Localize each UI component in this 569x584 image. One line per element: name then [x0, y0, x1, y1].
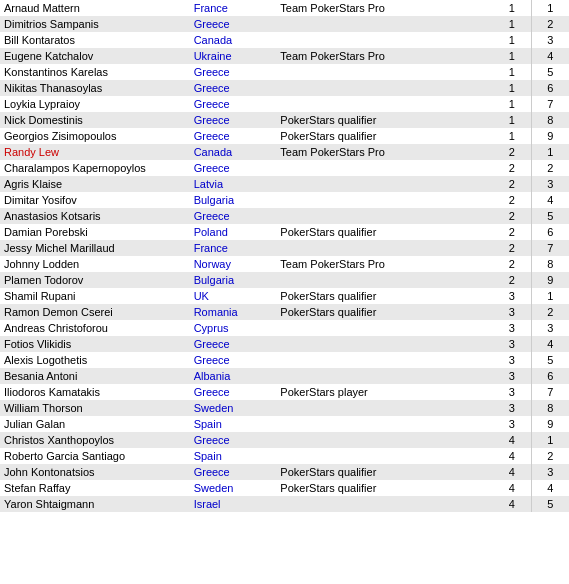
- player-col5: 4: [531, 48, 569, 64]
- player-col5: 8: [531, 256, 569, 272]
- player-country: Sweden: [190, 480, 277, 496]
- player-name: Nick Domestinis: [0, 112, 190, 128]
- player-country: Greece: [190, 80, 277, 96]
- player-col5: 9: [531, 416, 569, 432]
- player-col4: 3: [493, 416, 531, 432]
- player-col5: 6: [531, 224, 569, 240]
- player-qualifier: Team PokerStars Pro: [276, 48, 493, 64]
- player-name: Damian Porebski: [0, 224, 190, 240]
- table-row: Fotios VlikidisGreece34: [0, 336, 569, 352]
- player-col4: 4: [493, 432, 531, 448]
- table-row: Randy LewCanadaTeam PokerStars Pro21: [0, 144, 569, 160]
- player-qualifier: PokerStars qualifier: [276, 304, 493, 320]
- table-row: Andreas ChristoforouCyprus33: [0, 320, 569, 336]
- player-col5: 3: [531, 32, 569, 48]
- player-col4: 3: [493, 288, 531, 304]
- player-name: Randy Lew: [0, 144, 190, 160]
- player-col5: 7: [531, 96, 569, 112]
- player-qualifier: PokerStars qualifier: [276, 112, 493, 128]
- player-col5: 8: [531, 400, 569, 416]
- table-row: Iliodoros KamatakisGreecePokerStars play…: [0, 384, 569, 400]
- player-qualifier: [276, 16, 493, 32]
- player-col4: 1: [493, 128, 531, 144]
- player-qualifier: [276, 320, 493, 336]
- player-qualifier: [276, 352, 493, 368]
- player-country: Sweden: [190, 400, 277, 416]
- player-name: Konstantinos Karelas: [0, 64, 190, 80]
- player-col5: 2: [531, 448, 569, 464]
- player-col5: 6: [531, 80, 569, 96]
- player-qualifier: Team PokerStars Pro: [276, 0, 493, 16]
- player-qualifier: [276, 160, 493, 176]
- player-country: Norway: [190, 256, 277, 272]
- player-col5: 6: [531, 368, 569, 384]
- table-row: Charalampos KapernopoylosGreece22: [0, 160, 569, 176]
- player-col4: 1: [493, 0, 531, 16]
- player-country: Poland: [190, 224, 277, 240]
- player-country: Greece: [190, 384, 277, 400]
- player-col4: 2: [493, 256, 531, 272]
- player-col4: 4: [493, 480, 531, 496]
- table-row: Yaron ShtaigmannIsrael45: [0, 496, 569, 512]
- player-country: UK: [190, 288, 277, 304]
- player-country: Canada: [190, 32, 277, 48]
- player-qualifier: [276, 368, 493, 384]
- player-country: Albania: [190, 368, 277, 384]
- player-col4: 4: [493, 464, 531, 480]
- player-name: Christos Xanthopoylos: [0, 432, 190, 448]
- player-country: Canada: [190, 144, 277, 160]
- player-col4: 1: [493, 16, 531, 32]
- player-name: Agris Klaise: [0, 176, 190, 192]
- player-country: Greece: [190, 160, 277, 176]
- player-name: Alexis Logothetis: [0, 352, 190, 368]
- player-col4: 2: [493, 240, 531, 256]
- player-col4: 3: [493, 384, 531, 400]
- player-col4: 4: [493, 496, 531, 512]
- player-col5: 2: [531, 16, 569, 32]
- player-col5: 4: [531, 336, 569, 352]
- player-country: Greece: [190, 336, 277, 352]
- player-col4: 1: [493, 48, 531, 64]
- table-row: Stefan RaffaySwedenPokerStars qualifier4…: [0, 480, 569, 496]
- table-row: Alexis LogothetisGreece35: [0, 352, 569, 368]
- player-col5: 4: [531, 192, 569, 208]
- player-qualifier: PokerStars player: [276, 384, 493, 400]
- player-col4: 1: [493, 96, 531, 112]
- player-col4: 3: [493, 400, 531, 416]
- player-name: Jessy Michel Marillaud: [0, 240, 190, 256]
- table-row: Loykia LypraioyGreece17: [0, 96, 569, 112]
- player-qualifier: [276, 176, 493, 192]
- table-row: Dimitrios SampanisGreece12: [0, 16, 569, 32]
- player-qualifier: [276, 32, 493, 48]
- player-name: Roberto Garcia Santiago: [0, 448, 190, 464]
- player-qualifier: PokerStars qualifier: [276, 288, 493, 304]
- player-col4: 1: [493, 64, 531, 80]
- player-col5: 3: [531, 464, 569, 480]
- player-col5: 1: [531, 144, 569, 160]
- player-qualifier: [276, 496, 493, 512]
- player-country: Greece: [190, 432, 277, 448]
- player-country: Latvia: [190, 176, 277, 192]
- player-name: Dimitar Yosifov: [0, 192, 190, 208]
- player-qualifier: PokerStars qualifier: [276, 480, 493, 496]
- player-col4: 2: [493, 208, 531, 224]
- table-row: Besania AntoniAlbania36: [0, 368, 569, 384]
- player-name: Julian Galan: [0, 416, 190, 432]
- player-col5: 4: [531, 480, 569, 496]
- player-col4: 3: [493, 320, 531, 336]
- player-country: Greece: [190, 96, 277, 112]
- players-table: Arnaud MatternFranceTeam PokerStars Pro1…: [0, 0, 569, 512]
- player-country: Romania: [190, 304, 277, 320]
- player-col4: 1: [493, 80, 531, 96]
- player-qualifier: Team PokerStars Pro: [276, 256, 493, 272]
- player-name: Eugene Katchalov: [0, 48, 190, 64]
- player-country: Greece: [190, 208, 277, 224]
- player-country: Greece: [190, 128, 277, 144]
- table-row: Jessy Michel MarillaudFrance27: [0, 240, 569, 256]
- table-row: Georgios ZisimopoulosGreecePokerStars qu…: [0, 128, 569, 144]
- table-row: Christos XanthopoylosGreece41: [0, 432, 569, 448]
- player-name: Anastasios Kotsaris: [0, 208, 190, 224]
- player-name: Fotios Vlikidis: [0, 336, 190, 352]
- player-country: Bulgaria: [190, 192, 277, 208]
- player-name: Iliodoros Kamatakis: [0, 384, 190, 400]
